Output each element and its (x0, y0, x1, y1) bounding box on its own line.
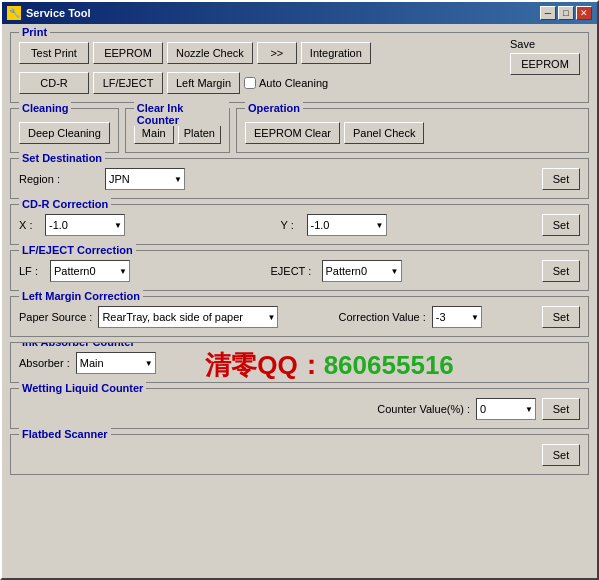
test-print-button[interactable]: Test Print (19, 42, 89, 64)
wetting-set-button[interactable]: Set (542, 398, 580, 420)
operation-section-label: Operation (245, 102, 303, 114)
x-select[interactable]: -2.0 -1.5 -1.0 -0.5 0 0.5 1.0 (45, 214, 125, 236)
eeprom-print-button[interactable]: EEPROM (93, 42, 163, 64)
save-eeprom-button[interactable]: EEPROM (510, 53, 580, 75)
title-icon: 🔧 (7, 6, 21, 20)
eject-label: EJECT : (271, 265, 316, 277)
counter-value-label: Counter Value(%) : (377, 403, 470, 415)
panel-check-button[interactable]: Panel Check (344, 122, 424, 144)
lf-eject-button[interactable]: LF/EJECT (93, 72, 163, 94)
cdr-correction-section: CD-R Correction X : -2.0 -1.5 -1.0 -0.5 … (10, 204, 589, 245)
counter-value-select[interactable]: 0 10 20 30 (476, 398, 536, 420)
ink-absorber-counter-section: Ink Absorber Counter Absorber : Main Pla… (10, 342, 589, 383)
y-label: Y : (281, 219, 301, 231)
title-bar: 🔧 Service Tool ─ □ ✕ (2, 2, 597, 24)
main-window: 🔧 Service Tool ─ □ ✕ Print Test Print EE… (0, 0, 599, 580)
wetting-liquid-counter-section: Wetting Liquid Counter Counter Value(%) … (10, 388, 589, 429)
cd-r-button[interactable]: CD-R (19, 72, 89, 94)
eject-select[interactable]: Pattern0 Pattern1 Pattern2 Pattern3 (322, 260, 402, 282)
wetting-liquid-counter-label: Wetting Liquid Counter (19, 382, 146, 394)
deep-cleaning-button[interactable]: Deep Cleaning (19, 122, 110, 144)
lf-eject-correction-label: LF/EJECT Correction (19, 244, 136, 256)
window-title: Service Tool (26, 7, 91, 19)
x-label: X : (19, 219, 39, 231)
flatbed-scanner-label: Flatbed Scanner (19, 428, 111, 440)
auto-cleaning-checkbox[interactable] (244, 77, 256, 89)
print-section: Print Test Print EEPROM Nozzle Check >> … (10, 32, 589, 103)
operation-section: Operation EEPROM Clear Panel Check (236, 108, 589, 153)
ink-absorber-counter-label: Ink Absorber Counter (19, 342, 138, 348)
main-content: Print Test Print EEPROM Nozzle Check >> … (2, 24, 597, 578)
set-destination-button[interactable]: Set (542, 168, 580, 190)
set-destination-section: Set Destination Region : JPN USA EUR AUS… (10, 158, 589, 199)
auto-cleaning-label: Auto Cleaning (259, 77, 328, 89)
lf-select[interactable]: Pattern0 Pattern1 Pattern2 Pattern3 (50, 260, 130, 282)
absorber-label: Absorber : (19, 357, 70, 369)
minimize-button[interactable]: ─ (540, 6, 556, 20)
watermark-text: 清零QQ：860655516 (205, 348, 454, 383)
auto-cleaning-checkbox-label: Auto Cleaning (244, 77, 328, 89)
title-buttons: ─ □ ✕ (540, 6, 592, 20)
region-label: Region : (19, 173, 99, 185)
lf-label: LF : (19, 265, 44, 277)
integration-button[interactable]: Integration (301, 42, 371, 64)
clear-ink-counter-label: Clear Ink Counter (134, 102, 229, 126)
eeprom-clear-button[interactable]: EEPROM Clear (245, 122, 340, 144)
cdr-correction-label: CD-R Correction (19, 198, 111, 210)
region-select-wrapper: JPN USA EUR AUS (105, 168, 185, 190)
close-button[interactable]: ✕ (576, 6, 592, 20)
left-margin-correction-label: Left Margin Correction (19, 290, 143, 302)
arrow-button[interactable]: >> (257, 42, 297, 64)
cdr-set-button[interactable]: Set (542, 214, 580, 236)
y-select[interactable]: -2.0 -1.5 -1.0 -0.5 0 0.5 1.0 (307, 214, 387, 236)
region-select[interactable]: JPN USA EUR AUS (105, 168, 185, 190)
maximize-button[interactable]: □ (558, 6, 574, 20)
flatbed-scanner-section: Flatbed Scanner Set (10, 434, 589, 475)
save-label: Save (510, 38, 535, 50)
left-margin-set-button[interactable]: Set (542, 306, 580, 328)
lf-eject-set-button[interactable]: Set (542, 260, 580, 282)
lf-eject-correction-section: LF/EJECT Correction LF : Pattern0 Patter… (10, 250, 589, 291)
cleaning-row: Cleaning Deep Cleaning Clear Ink Counter… (10, 108, 589, 153)
set-destination-label: Set Destination (19, 152, 105, 164)
left-margin-correction-section: Left Margin Correction Paper Source : Re… (10, 296, 589, 337)
cleaning-section: Cleaning Deep Cleaning (10, 108, 119, 153)
correction-value-label: Correction Value : (339, 311, 426, 323)
correction-value-select[interactable]: -5 -4 -3 -2 -1 0 1 2 3 (432, 306, 482, 328)
nozzle-check-button[interactable]: Nozzle Check (167, 42, 253, 64)
paper-source-select[interactable]: RearTray, back side of paper FrontTray (98, 306, 278, 328)
flatbed-set-button[interactable]: Set (542, 444, 580, 466)
paper-source-label: Paper Source : (19, 311, 92, 323)
absorber-select[interactable]: Main Platen (76, 352, 156, 374)
left-margin-button[interactable]: Left Margin (167, 72, 240, 94)
clear-ink-counter-section: Clear Ink Counter Main Platen (125, 108, 230, 153)
cleaning-section-label: Cleaning (19, 102, 71, 114)
print-section-label: Print (19, 26, 50, 38)
